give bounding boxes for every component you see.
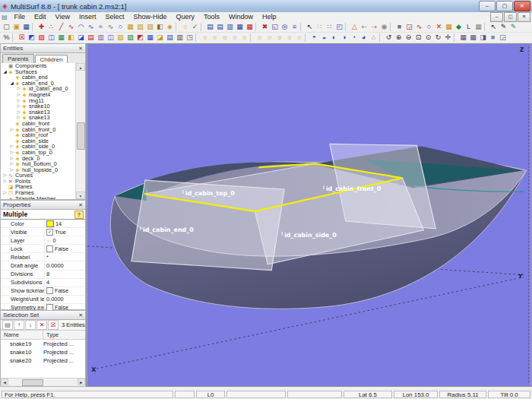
new-icon[interactable]: ▢ [2, 22, 11, 32]
circle-icon[interactable]: ○ [116, 22, 125, 32]
surface-icon[interactable]: ▦ [125, 22, 135, 32]
polyline-icon[interactable]: ∿ [66, 22, 76, 32]
property-value[interactable]: 0.0000 [45, 296, 85, 302]
save-icon[interactable]: ▦ [21, 22, 31, 32]
select-group-icon[interactable]: ◰ [334, 22, 344, 32]
bsurf-tool-icon[interactable]: ◫ [46, 33, 56, 43]
property-row-visible[interactable]: Visible✓True [1, 228, 85, 236]
filter-frame-icon[interactable]: L [464, 22, 473, 32]
collapsed-arrow-icon[interactable]: ▷ [2, 190, 8, 196]
filter-curve-icon[interactable]: ∿ [414, 22, 424, 32]
measure-icon[interactable]: △ [350, 22, 359, 32]
select-points-icon[interactable]: ∷ [315, 22, 325, 32]
property-row-weight-unit-length[interactable]: Weight/unit length0.0000 [1, 296, 85, 304]
property-row-lock[interactable]: LockFalse [1, 245, 85, 253]
view-top-icon[interactable]: ◓ [309, 33, 319, 43]
selection-hscrollbar[interactable]: ◀ ▶ [1, 378, 85, 386]
column-name[interactable]: Name [1, 331, 43, 339]
help-icon[interactable]: ? [74, 211, 84, 219]
collapsed-arrow-icon[interactable]: ▷ [16, 86, 21, 92]
property-row-layer[interactable]: Layer☼0 [1, 236, 85, 245]
label-cabin-end[interactable]: id_cabin_end_0 [143, 226, 194, 233]
view-bottom-icon[interactable]: ◒ [319, 33, 329, 43]
line-icon[interactable]: ╱ [56, 22, 66, 32]
move-down-icon[interactable]: ↓ [25, 320, 36, 330]
property-value[interactable]: False [45, 245, 85, 252]
property-value[interactable]: False [45, 287, 85, 294]
checkbox-icon[interactable] [46, 287, 53, 294]
collapsed-arrow-icon[interactable]: ▷ [2, 179, 8, 185]
property-value[interactable]: 0.0000 [45, 262, 85, 269]
property-value[interactable]: 8 [45, 271, 85, 277]
bsurf5-tool-icon[interactable]: ▤ [165, 33, 175, 43]
render-mode-icon[interactable]: ■ [488, 33, 498, 43]
menu-insert[interactable]: Insert [74, 12, 101, 22]
menu-file[interactable]: File [10, 12, 30, 22]
menu-window[interactable]: Window [224, 12, 258, 22]
label-cabin-front[interactable]: id_cabin_front_0 [326, 185, 382, 192]
scroll-left-icon[interactable]: ◀ [1, 378, 8, 385]
selection-close-icon[interactable]: ✕ [76, 311, 85, 319]
filter-net-icon[interactable]: ◲ [404, 22, 414, 32]
selection-row-snake10[interactable]: snake10Projected ... [1, 348, 85, 356]
bsurf3-tool-icon[interactable]: ◫ [106, 33, 116, 43]
percent-icon[interactable]: % [2, 33, 11, 43]
mdi-close-button[interactable]: ✕ [518, 12, 530, 22]
move-up-icon[interactable]: ↑ [14, 320, 24, 330]
select-all-icon[interactable]: ∷ [325, 22, 334, 32]
view-front-icon[interactable]: ◔ [349, 33, 359, 43]
swept-surface-icon[interactable]: ▨ [145, 22, 155, 32]
entity-icon[interactable]: ◈ [165, 22, 175, 32]
color-swatch[interactable] [46, 220, 54, 227]
rotate-view-icon[interactable]: ↻ [433, 33, 443, 43]
scroll-right-icon[interactable]: ▶ [78, 378, 85, 385]
scroll-thumb[interactable] [77, 122, 85, 150]
menu-help[interactable]: Help [258, 12, 281, 22]
arrow-left-icon[interactable]: ⇠ [359, 22, 369, 32]
collapsed-arrow-icon[interactable]: ▷ [16, 98, 21, 104]
collapsed-arrow-icon[interactable]: ▷ [9, 156, 14, 162]
rsurf-tool-icon[interactable]: ▤ [86, 33, 96, 43]
arc-icon[interactable]: ◠ [76, 22, 86, 32]
menu-tools[interactable]: Tools [199, 12, 224, 22]
property-value[interactable]: ✓True [45, 229, 85, 236]
psurf-tool-icon[interactable]: ▥ [96, 33, 106, 43]
view-left-icon[interactable]: ◐ [329, 33, 339, 43]
selection-row-snake19[interactable]: snake19Projected ... [1, 340, 85, 348]
bsurf4-tool-icon[interactable]: ▦ [145, 33, 155, 43]
orbit-icon[interactable]: ↺ [384, 33, 394, 43]
select-pointer-icon[interactable]: ↖ [305, 22, 315, 32]
points-table-icon[interactable]: ▥ [225, 22, 235, 32]
remove-entity-icon[interactable]: ✕ [36, 320, 47, 330]
titlebar[interactable]: ◈ MultiSurf 8.8 - [ trunk cabin 2.ms2:1]… [0, 0, 532, 13]
hide-minus-icon[interactable]: ☼ [274, 33, 284, 43]
property-value[interactable]: * [45, 254, 85, 261]
wireframe-mode-icon[interactable]: ▦ [458, 33, 468, 43]
column-type[interactable]: Type [43, 331, 59, 339]
viewport-3d[interactable]: id_cabin_top_0 id_cabin_front_0 id_cabin… [86, 43, 532, 387]
properties-close-icon[interactable]: ✕ [76, 201, 85, 209]
show-icon[interactable]: ☼ [200, 33, 210, 43]
xpoint-tool-icon[interactable]: ☒ [17, 33, 27, 43]
filter-solid-icon[interactable]: ◆ [454, 22, 464, 32]
show-all-icon[interactable]: ☼ [239, 33, 249, 43]
label-cabin-top[interactable]: id_cabin_top_0 [185, 190, 235, 197]
gsurf2-tool-icon[interactable]: ▨ [125, 33, 135, 43]
points-icon[interactable]: ∴ [46, 22, 56, 32]
property-row-divisions[interactable]: Divisions8 [1, 271, 85, 279]
minimize-button[interactable]: – [479, 1, 496, 11]
collapsed-arrow-icon[interactable]: ▷ [9, 127, 14, 133]
ccurve-icon[interactable]: ≈ [96, 22, 106, 32]
filter-circle-icon[interactable]: ○ [424, 22, 434, 32]
property-row-subdivisions[interactable]: Subdivisions4 [1, 279, 85, 287]
expanded-arrow-icon[interactable]: ◢ [9, 81, 14, 87]
hidden-line-mode-icon[interactable]: ▩ [468, 33, 478, 43]
collapsed-arrow-icon[interactable]: ▷ [16, 109, 21, 116]
clear-selection-icon[interactable]: ☒ [48, 320, 59, 330]
scroll-up-icon[interactable]: ▲ [76, 63, 85, 71]
show-gray-icon[interactable]: ☼ [230, 33, 239, 43]
filter-grid-icon[interactable]: ▦ [473, 22, 483, 32]
menu-edit[interactable]: Edit [30, 12, 51, 22]
property-value[interactable]: 14 [45, 220, 85, 227]
ruled-surface-icon[interactable]: ▧ [135, 22, 145, 32]
